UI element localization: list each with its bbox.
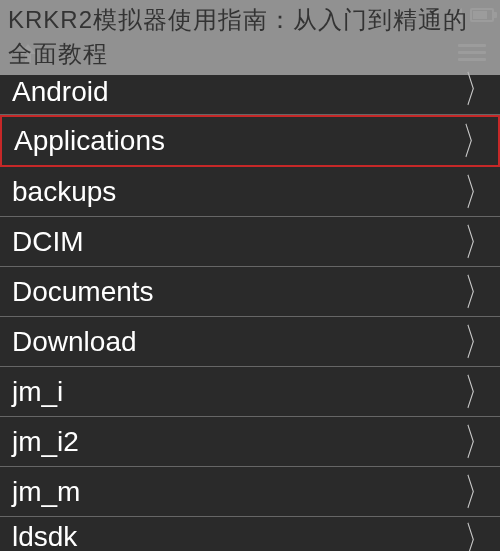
chevron-right-icon: 〉 [464, 373, 491, 411]
chevron-right-icon: 〉 [464, 70, 491, 108]
folder-label: Applications [14, 125, 165, 157]
chevron-right-icon: 〉 [464, 273, 491, 311]
folder-item[interactable]: Documents〉 [0, 267, 500, 317]
folder-list: Android〉Applications〉backups〉DCIM〉Docume… [0, 75, 500, 551]
folder-item[interactable]: DCIM〉 [0, 217, 500, 267]
folder-item[interactable]: jm_i2〉 [0, 417, 500, 467]
folder-item[interactable]: backups〉 [0, 167, 500, 217]
chevron-right-icon: 〉 [464, 423, 491, 461]
folder-label: jm_i [12, 376, 63, 408]
overlay-title: KRKR2模拟器使用指南：从入门到精通的全面教程 [0, 0, 500, 75]
folder-label: ldsdk [12, 521, 77, 551]
folder-item[interactable]: jm_m〉 [0, 467, 500, 517]
folder-item[interactable]: ldsdk〉 [0, 517, 500, 551]
folder-label: backups [12, 176, 116, 208]
folder-item[interactable]: jm_i〉 [0, 367, 500, 417]
folder-label: DCIM [12, 226, 84, 258]
chevron-right-icon: 〉 [464, 473, 491, 511]
folder-item[interactable]: Download〉 [0, 317, 500, 367]
chevron-right-icon: 〉 [464, 173, 491, 211]
folder-item[interactable]: Android〉 [0, 75, 500, 115]
chevron-right-icon: 〉 [464, 521, 491, 551]
chevron-right-icon: 〉 [464, 223, 491, 261]
folder-item[interactable]: Applications〉 [0, 115, 500, 167]
chevron-right-icon: 〉 [464, 323, 491, 361]
folder-label: Documents [12, 276, 154, 308]
chevron-right-icon: 〉 [462, 122, 489, 160]
folder-label: jm_m [12, 476, 80, 508]
folder-label: Download [12, 326, 137, 358]
folder-label: jm_i2 [12, 426, 79, 458]
folder-label: Android [12, 76, 109, 108]
